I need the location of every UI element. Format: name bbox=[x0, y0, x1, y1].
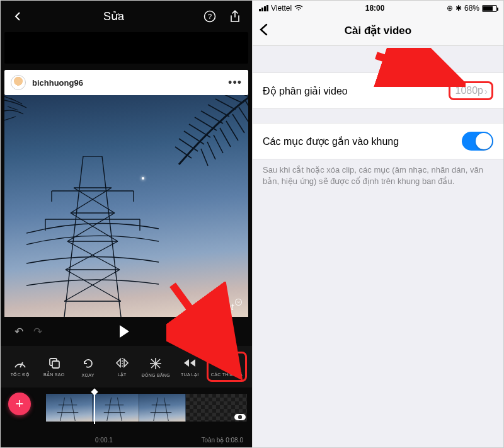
resolution-value-highlight: 1080p › bbox=[449, 81, 494, 100]
speed-icon bbox=[13, 356, 27, 370]
video-preview[interactable]: InShot× bbox=[4, 95, 248, 317]
settings-screen: Viettel 18:00 ⊕ ✱ 68% Cài đặt video Độ p… bbox=[252, 1, 503, 447]
flip-icon bbox=[115, 356, 129, 370]
palm-leaf bbox=[147, 95, 248, 190]
tree-branch bbox=[4, 95, 55, 133]
back-icon[interactable] bbox=[259, 22, 268, 40]
svg-point-9 bbox=[225, 361, 229, 365]
rewind-icon bbox=[183, 356, 197, 370]
undo-icon[interactable]: ↶ bbox=[14, 325, 23, 338]
username: bichhuong96 bbox=[32, 78, 228, 88]
page-title: Cài đặt video bbox=[345, 24, 411, 37]
bluetooth-icon: ✱ bbox=[455, 4, 462, 13]
gear-icon bbox=[220, 356, 233, 370]
page-title: Sửa bbox=[103, 9, 124, 23]
playhead[interactable] bbox=[94, 391, 95, 424]
back-icon[interactable] bbox=[11, 9, 25, 23]
tool-freeze[interactable]: ĐÓNG BĂNG bbox=[139, 357, 173, 377]
carrier: Viettel bbox=[271, 4, 292, 13]
row-value: 1080p bbox=[455, 85, 484, 96]
row-resolution[interactable]: Độ phân giải video 1080p › bbox=[253, 72, 503, 109]
row-label: Các mục được gắn vào khung bbox=[263, 135, 399, 147]
tool-rotate[interactable]: XOAY bbox=[71, 357, 105, 377]
clip-track[interactable] bbox=[46, 394, 247, 422]
tool-row: TỐC ĐỘ BẢN SAO XOAY LẬT ĐÓNG BĂNG TUA LẠ… bbox=[1, 346, 252, 388]
timeline-thumb[interactable] bbox=[93, 394, 139, 422]
letterbox bbox=[4, 32, 248, 64]
more-icon[interactable]: ••• bbox=[228, 76, 242, 89]
post-header: bichhuong96 ••• bbox=[4, 70, 248, 95]
tool-settings[interactable]: CÁC THIẾT LẬ bbox=[207, 352, 247, 382]
clock: 18:00 bbox=[365, 4, 385, 13]
trim-handle[interactable] bbox=[234, 414, 246, 420]
time-total: Toàn bộ 0:08.0 bbox=[201, 437, 243, 444]
svg-line-16 bbox=[229, 359, 231, 360]
editor-screen: Sửa ? bichhuong96 ••• bbox=[1, 1, 252, 447]
svg-line-14 bbox=[223, 359, 224, 360]
time-start: 0:00.1 bbox=[95, 437, 113, 444]
status-bar: Viettel 18:00 ⊕ ✱ 68% bbox=[253, 1, 503, 16]
play-button[interactable] bbox=[120, 325, 129, 338]
watermark[interactable]: InShot× bbox=[206, 301, 242, 312]
freeze-icon bbox=[149, 357, 162, 370]
svg-text:?: ? bbox=[208, 13, 212, 20]
signal-icon bbox=[259, 5, 268, 11]
add-clip-button[interactable]: + bbox=[8, 393, 31, 415]
toggle-switch[interactable] bbox=[462, 132, 493, 151]
power-tower bbox=[26, 156, 159, 317]
timeline-thumb[interactable] bbox=[139, 394, 186, 422]
timeline-thumb[interactable] bbox=[46, 394, 93, 422]
redo-icon[interactable]: ↷ bbox=[33, 325, 42, 338]
chevron-right-icon: › bbox=[484, 86, 488, 96]
orientation-lock-icon: ⊕ bbox=[447, 4, 453, 13]
copy-icon bbox=[48, 356, 60, 370]
svg-line-15 bbox=[229, 365, 231, 367]
svg-rect-3 bbox=[52, 361, 59, 368]
avatar bbox=[11, 75, 26, 90]
battery-icon bbox=[482, 5, 497, 12]
timeline: + 0:00.1 Toàn bộ 0:08.0 bbox=[1, 388, 252, 447]
moon bbox=[142, 177, 144, 180]
svg-line-17 bbox=[223, 365, 224, 367]
row-caption: Sau khi cắt hoặc xóa clip, các mục (âm n… bbox=[253, 159, 503, 187]
wifi-icon bbox=[294, 5, 303, 11]
tool-rewind[interactable]: TUA LẠI bbox=[173, 356, 207, 377]
share-icon[interactable] bbox=[228, 9, 242, 23]
row-snap[interactable]: Các mục được gắn vào khung bbox=[253, 123, 503, 159]
battery-pct: 68% bbox=[464, 4, 479, 13]
tool-speed[interactable]: TỐC ĐỘ bbox=[3, 356, 37, 377]
row-label: Độ phân giải video bbox=[263, 85, 348, 97]
tool-copy[interactable]: BẢN SAO bbox=[37, 356, 71, 377]
help-icon[interactable]: ? bbox=[203, 9, 217, 23]
tool-flip[interactable]: LẬT bbox=[105, 356, 139, 377]
rotate-icon bbox=[82, 357, 94, 370]
